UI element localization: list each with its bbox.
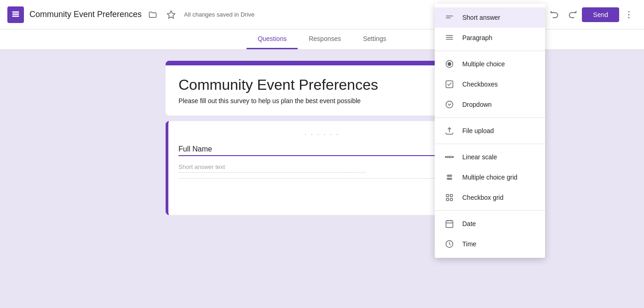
svg-point-7 <box>628 17 630 18</box>
tab-settings[interactable]: Settings <box>352 29 397 49</box>
app-logo <box>7 6 24 23</box>
divider-3 <box>435 144 545 144</box>
question-row: Short answer text <box>178 143 466 173</box>
svg-rect-1 <box>12 13 19 15</box>
question-card-footer <box>178 190 466 206</box>
dropdown-item-short-answer[interactable]: Short answer <box>435 7 545 28</box>
tab-responses[interactable]: Responses <box>298 29 352 49</box>
dropdown-menu: Short answer Paragraph Multiple choice <box>435 4 545 258</box>
svg-point-6 <box>628 14 630 15</box>
svg-point-46 <box>448 175 450 176</box>
dropdown-item-cb-grid[interactable]: Checkbox grid <box>435 187 545 208</box>
divider-1 <box>435 51 545 51</box>
time-icon <box>444 238 455 250</box>
dropdown-item-mc-grid[interactable]: Multiple choice grid <box>435 167 545 187</box>
dropdown-item-dropdown[interactable]: Dropdown <box>435 94 545 115</box>
upload-icon <box>444 125 455 136</box>
card-divider <box>178 178 466 179</box>
redo-button[interactable] <box>564 7 580 23</box>
topbar-actions: Send <box>529 7 637 23</box>
svg-rect-0 <box>12 11 19 12</box>
dropdown-item-linear-scale[interactable]: Linear scale <box>435 147 545 167</box>
document-title: Community Event Preferences <box>29 10 142 19</box>
short-answer-text: Short answer text <box>178 163 366 173</box>
tab-questions[interactable]: Questions <box>247 29 298 49</box>
divider-4 <box>435 210 545 211</box>
star-button[interactable] <box>164 7 178 22</box>
dropdown-item-file-upload[interactable]: File upload <box>435 121 545 141</box>
question-label-input[interactable] <box>178 143 446 156</box>
main-content: Community Event Preferences Please fill … <box>0 50 644 306</box>
svg-point-32 <box>448 63 451 66</box>
topbar: Community Event Preferences All changes … <box>0 0 644 29</box>
undo-button[interactable] <box>547 7 563 23</box>
svg-marker-3 <box>167 11 175 18</box>
svg-rect-50 <box>446 198 448 201</box>
svg-point-47 <box>448 178 450 180</box>
mc-grid-icon <box>444 172 455 183</box>
svg-point-5 <box>628 11 630 12</box>
svg-rect-49 <box>450 194 453 197</box>
question-input-wrap: Short answer text <box>178 143 446 173</box>
radio-icon <box>444 58 455 70</box>
scale-icon <box>444 151 455 163</box>
svg-rect-48 <box>446 194 448 197</box>
svg-rect-52 <box>446 221 453 227</box>
dropdown-item-time[interactable]: Time <box>435 234 545 254</box>
svg-point-37 <box>445 157 447 158</box>
dropdown-item-date[interactable]: Date <box>435 214 545 234</box>
divider-2 <box>435 117 545 118</box>
form-title: Community Event Preferences <box>178 76 466 93</box>
short-answer-icon <box>444 12 455 23</box>
dropdown-item-paragraph[interactable]: Paragraph <box>435 28 545 48</box>
paragraph-icon <box>444 32 455 43</box>
tabs-bar: Questions Responses Settings <box>0 29 644 50</box>
form-header-card: Community Event Preferences Please fill … <box>166 61 478 116</box>
dropdown-icon <box>444 99 455 110</box>
svg-point-34 <box>446 101 453 108</box>
dropdown-item-multiple-choice[interactable]: Multiple choice <box>435 54 545 74</box>
folder-button[interactable] <box>145 7 160 22</box>
svg-rect-2 <box>12 15 19 17</box>
checkbox-icon <box>444 79 455 90</box>
cb-grid-icon <box>444 192 455 203</box>
svg-rect-51 <box>450 198 453 201</box>
send-button[interactable]: Send <box>582 7 619 22</box>
date-icon <box>444 218 455 229</box>
svg-point-38 <box>452 157 454 158</box>
drag-handle[interactable]: · · · · · · <box>178 130 466 138</box>
form-description: Please fill out this survey to help us p… <box>178 97 466 105</box>
question-card: · · · · · · Short answer text <box>166 121 478 215</box>
dropdown-item-checkboxes[interactable]: Checkboxes <box>435 74 545 94</box>
more-options-button[interactable] <box>621 7 637 23</box>
